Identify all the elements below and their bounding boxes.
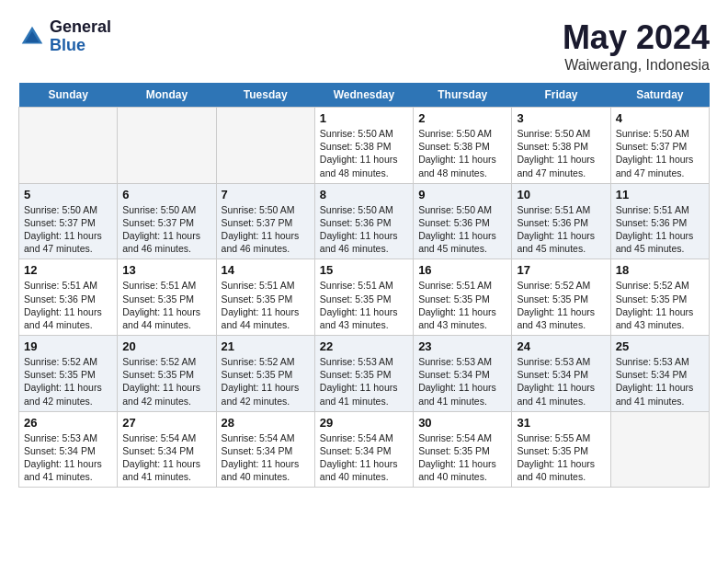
cell-info-text: Sunrise: 5:50 AM Sunset: 5:38 PM Dayligh… xyxy=(320,127,408,179)
day-header-wednesday: Wednesday xyxy=(314,83,413,108)
calendar-cell: 15Sunrise: 5:51 AM Sunset: 5:35 PM Dayli… xyxy=(314,259,413,336)
cell-info-text: Sunrise: 5:53 AM Sunset: 5:34 PM Dayligh… xyxy=(24,431,112,484)
logo-icon xyxy=(18,23,46,51)
cell-date-number: 4 xyxy=(616,111,704,125)
cell-info-text: Sunrise: 5:54 AM Sunset: 5:34 PM Dayligh… xyxy=(320,431,408,484)
calendar-cell: 23Sunrise: 5:53 AM Sunset: 5:34 PM Dayli… xyxy=(414,336,512,412)
day-header-sunday: Sunday xyxy=(19,83,118,108)
cell-date-number: 20 xyxy=(122,339,210,353)
cell-info-text: Sunrise: 5:54 AM Sunset: 5:34 PM Dayligh… xyxy=(222,431,310,484)
cell-info-text: Sunrise: 5:51 AM Sunset: 5:36 PM Dayligh… xyxy=(517,203,605,256)
cell-date-number: 2 xyxy=(418,111,506,125)
cell-date-number: 22 xyxy=(320,339,408,353)
calendar-week-row: 1Sunrise: 5:50 AM Sunset: 5:38 PM Daylig… xyxy=(19,108,710,184)
cell-date-number: 3 xyxy=(517,111,605,125)
calendar-cell: 8Sunrise: 5:50 AM Sunset: 5:36 PM Daylig… xyxy=(314,183,413,259)
cell-date-number: 26 xyxy=(24,416,112,430)
cell-info-text: Sunrise: 5:53 AM Sunset: 5:34 PM Dayligh… xyxy=(517,355,605,408)
cell-date-number: 11 xyxy=(616,188,704,201)
cell-info-text: Sunrise: 5:50 AM Sunset: 5:38 PM Dayligh… xyxy=(418,127,506,179)
cell-info-text: Sunrise: 5:50 AM Sunset: 5:37 PM Dayligh… xyxy=(222,203,310,256)
cell-info-text: Sunrise: 5:50 AM Sunset: 5:37 PM Dayligh… xyxy=(616,127,704,179)
cell-date-number: 8 xyxy=(320,188,408,201)
calendar-week-row: 26Sunrise: 5:53 AM Sunset: 5:34 PM Dayli… xyxy=(19,411,710,488)
cell-date-number: 1 xyxy=(320,111,408,125)
calendar-week-row: 19Sunrise: 5:52 AM Sunset: 5:35 PM Dayli… xyxy=(19,336,710,412)
cell-date-number: 23 xyxy=(418,339,506,353)
cell-date-number: 15 xyxy=(320,263,408,277)
calendar-cell: 21Sunrise: 5:52 AM Sunset: 5:35 PM Dayli… xyxy=(216,336,314,412)
cell-date-number: 31 xyxy=(517,416,605,430)
cell-info-text: Sunrise: 5:55 AM Sunset: 5:35 PM Dayligh… xyxy=(517,431,605,484)
day-header-tuesday: Tuesday xyxy=(216,83,314,108)
cell-info-text: Sunrise: 5:50 AM Sunset: 5:36 PM Dayligh… xyxy=(320,203,408,256)
cell-date-number: 30 xyxy=(418,416,506,430)
cell-date-number: 17 xyxy=(517,263,605,277)
calendar-cell xyxy=(19,108,118,184)
logo-general-text: General xyxy=(50,17,111,36)
logo-blue-text: Blue xyxy=(50,36,85,54)
calendar-cell: 26Sunrise: 5:53 AM Sunset: 5:34 PM Dayli… xyxy=(19,411,118,488)
calendar-cell: 4Sunrise: 5:50 AM Sunset: 5:37 PM Daylig… xyxy=(610,108,709,184)
calendar-cell: 13Sunrise: 5:51 AM Sunset: 5:35 PM Dayli… xyxy=(118,259,216,336)
day-header-saturday: Saturday xyxy=(610,83,709,108)
calendar-week-row: 12Sunrise: 5:51 AM Sunset: 5:36 PM Dayli… xyxy=(19,259,710,336)
calendar-cell xyxy=(216,108,314,184)
calendar-cell: 9Sunrise: 5:50 AM Sunset: 5:36 PM Daylig… xyxy=(414,183,512,259)
calendar-cell: 25Sunrise: 5:53 AM Sunset: 5:34 PM Dayli… xyxy=(610,336,709,412)
cell-info-text: Sunrise: 5:50 AM Sunset: 5:37 PM Dayligh… xyxy=(122,203,210,256)
cell-info-text: Sunrise: 5:52 AM Sunset: 5:35 PM Dayligh… xyxy=(616,279,704,331)
cell-date-number: 21 xyxy=(222,339,310,353)
page-header: General Blue May 2024 Waiwerang, Indones… xyxy=(18,18,710,74)
logo: General Blue xyxy=(18,18,111,55)
calendar-cell: 22Sunrise: 5:53 AM Sunset: 5:35 PM Dayli… xyxy=(314,336,413,412)
calendar-cell: 11Sunrise: 5:51 AM Sunset: 5:36 PM Dayli… xyxy=(610,183,709,259)
calendar-cell xyxy=(118,108,216,184)
calendar-cell: 17Sunrise: 5:52 AM Sunset: 5:35 PM Dayli… xyxy=(512,259,610,336)
cell-date-number: 9 xyxy=(418,188,506,201)
calendar-cell xyxy=(610,411,709,488)
cell-info-text: Sunrise: 5:53 AM Sunset: 5:34 PM Dayligh… xyxy=(418,355,506,408)
cell-info-text: Sunrise: 5:53 AM Sunset: 5:35 PM Dayligh… xyxy=(320,355,408,408)
calendar-cell: 19Sunrise: 5:52 AM Sunset: 5:35 PM Dayli… xyxy=(19,336,118,412)
cell-info-text: Sunrise: 5:53 AM Sunset: 5:34 PM Dayligh… xyxy=(616,355,704,408)
calendar-cell: 1Sunrise: 5:50 AM Sunset: 5:38 PM Daylig… xyxy=(314,108,413,184)
calendar-cell: 6Sunrise: 5:50 AM Sunset: 5:37 PM Daylig… xyxy=(118,183,216,259)
calendar-table: SundayMondayTuesdayWednesdayThursdayFrid… xyxy=(18,83,710,488)
calendar-week-row: 5Sunrise: 5:50 AM Sunset: 5:37 PM Daylig… xyxy=(19,183,710,259)
cell-date-number: 29 xyxy=(320,416,408,430)
cell-info-text: Sunrise: 5:51 AM Sunset: 5:35 PM Dayligh… xyxy=(320,279,408,331)
cell-date-number: 19 xyxy=(24,339,112,353)
cell-info-text: Sunrise: 5:51 AM Sunset: 5:35 PM Dayligh… xyxy=(418,279,506,331)
cell-date-number: 14 xyxy=(222,263,310,277)
title-block: May 2024 Waiwerang, Indonesia xyxy=(563,18,710,74)
cell-date-number: 27 xyxy=(122,416,210,430)
cell-date-number: 10 xyxy=(517,188,605,201)
cell-date-number: 25 xyxy=(616,339,704,353)
calendar-cell: 27Sunrise: 5:54 AM Sunset: 5:34 PM Dayli… xyxy=(118,411,216,488)
calendar-cell: 14Sunrise: 5:51 AM Sunset: 5:35 PM Dayli… xyxy=(216,259,314,336)
logo-text: General Blue xyxy=(50,18,111,55)
calendar-cell: 2Sunrise: 5:50 AM Sunset: 5:38 PM Daylig… xyxy=(414,108,512,184)
cell-date-number: 16 xyxy=(418,263,506,277)
cell-info-text: Sunrise: 5:50 AM Sunset: 5:37 PM Dayligh… xyxy=(24,203,112,256)
calendar-cell: 5Sunrise: 5:50 AM Sunset: 5:37 PM Daylig… xyxy=(19,183,118,259)
cell-date-number: 6 xyxy=(122,188,210,201)
cell-info-text: Sunrise: 5:52 AM Sunset: 5:35 PM Dayligh… xyxy=(222,355,310,408)
day-header-thursday: Thursday xyxy=(414,83,512,108)
cell-date-number: 18 xyxy=(616,263,704,277)
cell-info-text: Sunrise: 5:51 AM Sunset: 5:35 PM Dayligh… xyxy=(122,279,210,331)
day-header-friday: Friday xyxy=(512,83,610,108)
cell-info-text: Sunrise: 5:54 AM Sunset: 5:34 PM Dayligh… xyxy=(122,431,210,484)
cell-date-number: 28 xyxy=(222,416,310,430)
cell-info-text: Sunrise: 5:51 AM Sunset: 5:35 PM Dayligh… xyxy=(222,279,310,331)
calendar-cell: 7Sunrise: 5:50 AM Sunset: 5:37 PM Daylig… xyxy=(216,183,314,259)
cell-date-number: 5 xyxy=(24,188,112,201)
calendar-cell: 31Sunrise: 5:55 AM Sunset: 5:35 PM Dayli… xyxy=(512,411,610,488)
cell-info-text: Sunrise: 5:51 AM Sunset: 5:36 PM Dayligh… xyxy=(24,279,112,331)
calendar-cell: 3Sunrise: 5:50 AM Sunset: 5:38 PM Daylig… xyxy=(512,108,610,184)
calendar-cell: 20Sunrise: 5:52 AM Sunset: 5:35 PM Dayli… xyxy=(118,336,216,412)
cell-date-number: 13 xyxy=(122,263,210,277)
cell-date-number: 24 xyxy=(517,339,605,353)
calendar-cell: 18Sunrise: 5:52 AM Sunset: 5:35 PM Dayli… xyxy=(610,259,709,336)
